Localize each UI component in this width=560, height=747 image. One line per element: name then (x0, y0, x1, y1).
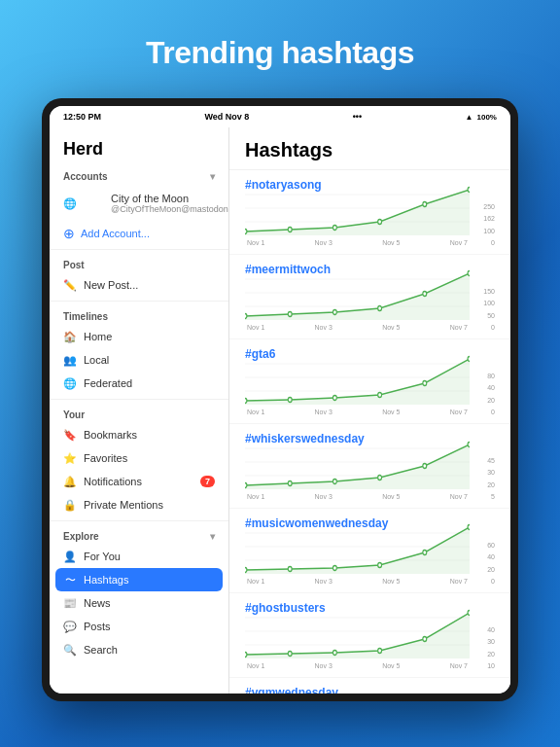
app-name: Herd (50, 127, 228, 165)
wifi-icon: ▲ (466, 113, 473, 122)
svg-marker-13 (245, 273, 470, 320)
svg-point-47 (378, 563, 382, 568)
chart-x-label: Nov 7 (450, 239, 468, 246)
hashtag-icon: 〜 (63, 573, 77, 587)
new-post-button[interactable]: ✏️ New Post... (50, 273, 228, 297)
news-label: News (84, 597, 111, 609)
sidebar-item-federated[interactable]: 🌐 Federated (50, 372, 228, 395)
svg-point-18 (423, 292, 427, 297)
chart-y-label: 40 (487, 384, 495, 391)
accounts-section-header[interactable]: Accounts ▾ (50, 165, 228, 185)
chart-y-label: 20 (487, 651, 495, 658)
hashtag-chart (245, 354, 470, 405)
hashtag-item[interactable]: #musicwomenwednesdayNov 1Nov 3Nov 5Nov 7… (229, 509, 510, 593)
svg-point-19 (468, 271, 470, 276)
chart-x-label: Nov 3 (315, 324, 332, 331)
svg-point-4 (245, 230, 247, 234)
hashtag-item[interactable]: #vgmwednesdayNov 1Nov 3Nov 5Nov 73020100 (229, 678, 510, 694)
account-info: City of the Moon @CityOfTheMoon@mastodon… (84, 190, 229, 217)
status-time: 12:50 PM (63, 112, 101, 122)
svg-point-26 (332, 396, 336, 401)
chart-x-label: Nov 7 (450, 493, 468, 500)
svg-point-35 (288, 481, 292, 486)
sidebar-item-news[interactable]: 📰 News (50, 591, 228, 615)
main-content: Hashtags #notaryasongNov 1Nov 3Nov 5Nov … (229, 127, 510, 694)
sidebar-item-local[interactable]: 👥 Local (50, 348, 228, 372)
bookmarks-label: Bookmarks (84, 429, 137, 441)
add-account-button[interactable]: ⊕ Add Account... (50, 222, 228, 245)
sidebar-item-private-mentions[interactable]: 🔒 Private Mentions (50, 493, 228, 516)
chart-x-label: Nov 1 (247, 239, 264, 246)
chart-y-label: 150 (483, 288, 495, 295)
lock-icon: 🔒 (63, 498, 77, 512)
sidebar-item-hashtags[interactable]: 〜 Hashtags (55, 568, 223, 591)
star-icon: ⭐ (63, 451, 77, 465)
hashtag-chart (245, 693, 470, 694)
hashtag-chart (245, 269, 470, 320)
hashtag-chart (245, 608, 470, 658)
hashtag-item[interactable]: #ghostbustersNov 1Nov 3Nov 5Nov 74030201… (229, 593, 510, 678)
chart-y-label: 45 (487, 457, 495, 464)
svg-marker-23 (245, 359, 470, 405)
chart-x-label: Nov 5 (382, 409, 400, 415)
chart-x-label: Nov 5 (382, 324, 400, 331)
hashtag-item[interactable]: #notaryasongNov 1Nov 3Nov 5Nov 725016210… (229, 170, 510, 255)
sidebar-account-item[interactable]: 🌐 City of the Moon @CityOfTheMoon@mastod… (50, 185, 228, 222)
chart-y-label: 100 (483, 300, 495, 306)
add-account-label: Add Account... (81, 228, 150, 239)
chart-y-label: 60 (487, 542, 495, 549)
sidebar-item-search[interactable]: 🔍 Search (50, 638, 228, 661)
hashtag-item[interactable]: #gta6Nov 1Nov 3Nov 5Nov 78040200 (229, 339, 510, 424)
chart-y-label: 20 (487, 397, 495, 404)
explore-section-header[interactable]: Explore ▾ (50, 525, 228, 545)
sidebar-item-notifications[interactable]: 🔔 Notifications 7 (50, 470, 228, 493)
chart-y-label: 30 (487, 638, 495, 645)
posts-label: Posts (84, 621, 111, 632)
sidebar-item-home[interactable]: 🏠 Home (50, 325, 228, 348)
status-indicators: ▲ 100% (466, 113, 497, 122)
hashtag-item[interactable]: #meermittwochNov 1Nov 3Nov 5Nov 71501005… (229, 255, 510, 339)
svg-point-14 (245, 314, 247, 319)
status-dots: ••• (353, 112, 362, 122)
hashtag-item[interactable]: #whiskerswednesdayNov 1Nov 3Nov 5Nov 745… (229, 424, 510, 509)
svg-point-16 (332, 310, 336, 315)
chart-x-label: Nov 3 (315, 239, 332, 246)
chart-x-label: Nov 7 (450, 409, 468, 415)
accounts-chevron-icon: ▾ (210, 171, 215, 182)
svg-point-49 (468, 525, 470, 530)
timelines-section-header: Timelines (50, 305, 228, 325)
divider-2 (50, 301, 228, 302)
sidebar-item-bookmarks[interactable]: 🔖 Bookmarks (50, 423, 228, 446)
accounts-label: Accounts (63, 171, 108, 182)
svg-point-34 (245, 483, 247, 488)
svg-point-28 (423, 381, 427, 386)
divider-1 (50, 249, 228, 250)
for-you-icon: 👤 (63, 550, 77, 563)
favorites-label: Favorites (84, 452, 127, 464)
hashtag-chart (245, 185, 470, 235)
chart-y-label: 250 (483, 203, 495, 210)
search-label: Search (84, 644, 118, 656)
divider-4 (50, 520, 228, 521)
your-section-header: Your (50, 404, 228, 423)
sidebar-item-for-you[interactable]: 👤 For You (50, 545, 228, 568)
svg-point-57 (378, 649, 382, 654)
chart-y-label: 100 (483, 228, 495, 234)
chart-x-label: Nov 3 (315, 409, 332, 415)
chart-y-label: 0 (491, 409, 495, 415)
svg-point-9 (468, 188, 470, 193)
sidebar-item-posts[interactable]: 💬 Posts (50, 615, 228, 638)
svg-point-58 (423, 637, 427, 642)
chart-y-label: 80 (487, 373, 495, 379)
svg-point-6 (332, 226, 336, 231)
chart-x-label: Nov 5 (382, 493, 400, 500)
sidebar-item-favorites[interactable]: ⭐ Favorites (50, 446, 228, 470)
svg-point-55 (288, 652, 292, 657)
chart-x-label: Nov 1 (247, 662, 264, 669)
chart-x-label: Nov 3 (315, 493, 332, 500)
private-mentions-label: Private Mentions (84, 499, 163, 511)
news-icon: 📰 (63, 596, 77, 610)
for-you-label: For You (84, 551, 121, 562)
chart-y-label: 40 (487, 626, 495, 633)
device-frame: 12:50 PM Wed Nov 8 ••• ▲ 100% Herd Accou… (42, 98, 518, 701)
